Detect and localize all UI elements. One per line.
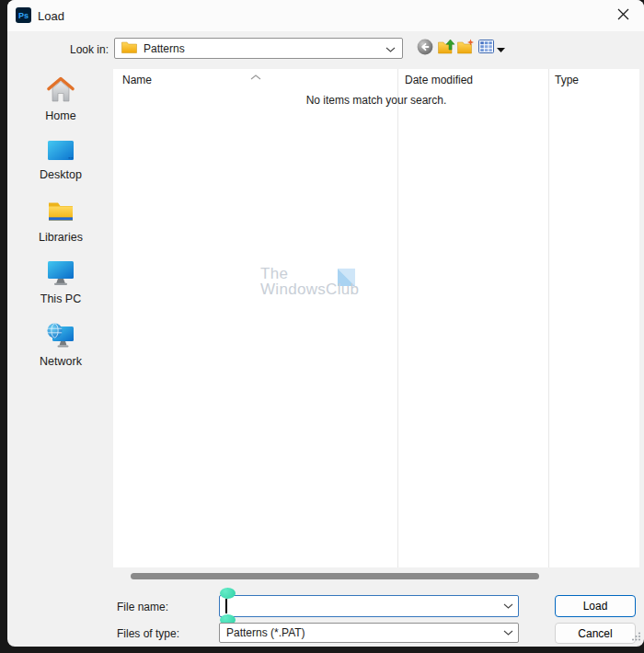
look-in-label: Look in: [24, 43, 109, 56]
files-of-type-value: Patterns (*.PAT) [226, 626, 305, 639]
watermark-line1: The [260, 266, 359, 281]
files-of-type-combobox[interactable]: Patterns (*.PAT) [219, 623, 519, 643]
view-menu-button[interactable] [476, 39, 507, 57]
sidebar-item-label: This PC [40, 292, 81, 305]
this-pc-icon [45, 258, 76, 290]
horizontal-scrollbar-track[interactable] [113, 571, 639, 581]
sidebar-item-network[interactable]: Network [11, 320, 110, 368]
sidebar-item-home[interactable]: Home [11, 75, 110, 122]
new-folder-button[interactable] [456, 39, 475, 57]
files-of-type-label: Files of type: [117, 627, 179, 640]
column-header-date-modified[interactable]: Date modified [405, 74, 473, 86]
horizontal-scrollbar-thumb[interactable] [131, 573, 539, 579]
file-list-panel: Name Date modified Type No items match y… [113, 69, 639, 567]
back-button[interactable] [416, 39, 434, 57]
cancel-button[interactable]: Cancel [555, 623, 636, 644]
look-in-combobox[interactable]: Patterns [114, 38, 403, 59]
file-name-label: File name: [117, 601, 168, 613]
folder-icon [121, 41, 137, 56]
close-button[interactable] [609, 4, 637, 28]
sidebar-item-label: Desktop [40, 168, 82, 181]
new-folder-icon [457, 39, 475, 57]
sidebar-item-this-pc[interactable]: This PC [11, 258, 110, 305]
network-icon [45, 320, 76, 352]
file-name-chevron-down-icon[interactable] [500, 600, 515, 613]
sidebar-item-label: Home [45, 109, 75, 122]
load-button[interactable]: Load [555, 595, 636, 617]
sidebar-item-label: Libraries [39, 231, 83, 244]
home-icon [45, 75, 76, 107]
close-icon [617, 8, 629, 23]
desktop-icon [45, 138, 76, 166]
file-name-input[interactable] [219, 595, 519, 617]
window-title: Load [38, 9, 64, 23]
column-separator [548, 69, 549, 567]
libraries-icon [45, 198, 76, 228]
watermark-text: The WindowsClub [260, 266, 359, 297]
sidebar-item-label: Network [40, 355, 82, 368]
look-in-value: Patterns [144, 42, 385, 55]
up-one-level-icon [438, 39, 455, 57]
sort-ascending-icon [250, 70, 261, 83]
back-icon [417, 39, 433, 58]
column-header-name[interactable]: Name [122, 74, 152, 86]
watermark-line2: WindowsClub [260, 281, 359, 297]
files-of-type-chevron-down-icon[interactable] [500, 626, 515, 639]
view-menu-icon [478, 40, 494, 56]
text-caret [225, 599, 227, 613]
sidebar-item-desktop[interactable]: Desktop [11, 138, 110, 181]
empty-list-message: No items match your search. [113, 94, 639, 107]
column-separator [397, 69, 398, 567]
up-one-level-button[interactable] [437, 39, 455, 57]
caret-down-icon [497, 41, 505, 55]
load-dialog: Ps Load Look in: Patterns [7, 0, 644, 647]
chevron-down-icon[interactable] [385, 42, 396, 55]
title-bar: Ps Load [7, 0, 644, 31]
sidebar-item-libraries[interactable]: Libraries [11, 198, 110, 244]
resize-grip[interactable] [631, 631, 641, 644]
selection-handle-top [220, 588, 236, 599]
column-header-type[interactable]: Type [555, 74, 579, 86]
photoshop-app-icon: Ps [16, 7, 31, 23]
